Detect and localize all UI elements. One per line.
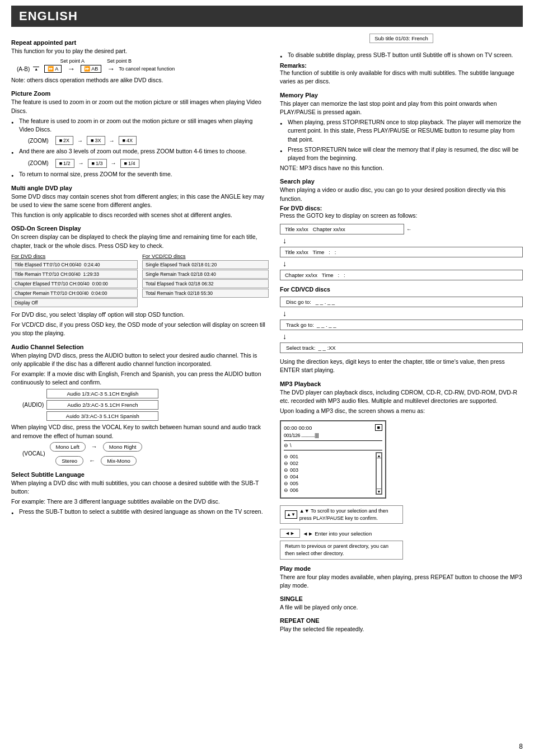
bullet-dot-3 (11, 171, 19, 179)
goto-row-2: Title xx/xx Time : : (280, 247, 523, 257)
audio-text1: When playing DVD discs, press the AUDIO … (11, 351, 269, 368)
audio-label: (AUDIO) (22, 402, 44, 408)
mp3-text2: Upon loading a MP3 disc, the screen show… (280, 407, 523, 415)
mp3-enter-box: ◄► (280, 529, 300, 538)
cancel-label: To cancel repeat function (119, 66, 175, 72)
search-title: Search play (280, 178, 523, 185)
osd-vcd-row-3: Total Elapsed Track 02/18 06:32 (142, 279, 269, 288)
bullet-dot-m1 (280, 119, 288, 127)
audio-boxes: Audio 1/3:AC-3 5.1CH English Audio 2/3:A… (46, 389, 158, 421)
zoom-box-quarter: ■1/4 (120, 159, 139, 168)
vocal-arr2: ← (89, 457, 95, 464)
page-header: ENGLISH (11, 6, 523, 27)
scrollbar-track (376, 458, 382, 489)
subtitle-section: Select Subtitle Language When playing a … (11, 471, 269, 517)
bullet-dot-1 (11, 118, 19, 126)
table-row: Select track: _ _ :XX (280, 343, 523, 353)
stereo-box: Stereo (55, 456, 83, 466)
subtitle-disable-bullet: To disable subtitle display, press SUB-T… (280, 51, 523, 60)
file-icon-2: ⊖ (284, 461, 288, 466)
zoom-quarter-icon: ■ (124, 161, 127, 166)
audio-section: Audio Channel Selection When playing DVD… (11, 344, 269, 466)
mp3-scrollbar: ▲ ▼ (376, 452, 382, 495)
osd-dvd-row-4: Chapter Remain TT:0'/10 CH:00/40 0:04:00 (11, 289, 138, 298)
osd-vcd-title: For VCD/CD discs (142, 253, 269, 259)
subtitle-text2: For example: There are 3 different langu… (11, 497, 269, 506)
vocal-label: (VOCAL) (22, 450, 45, 457)
list-item: ⊖005 (284, 480, 376, 487)
audio-text2: For example: If a movie disc with Englis… (11, 370, 269, 387)
setpoint-a-label: Set point A (60, 58, 85, 64)
repeat-one-text: Play the selected file repeatedly. (280, 625, 523, 633)
down-arrow-2: ↓ (283, 260, 523, 267)
scroll-note-inner: ▲▼ ▲▼ To scroll to your selection and th… (285, 508, 398, 522)
mp3-folder-path: \ (290, 443, 292, 448)
play-mode-text1: There are four play modes available, whe… (280, 573, 523, 590)
bullet-dot-2 (11, 148, 19, 156)
table-row: Title xx/xx Chapter xx/xx ← (280, 224, 523, 234)
direction-text: Using the direction keys, digit keys to … (280, 358, 523, 374)
file-icon-4: ⊖ (284, 474, 288, 480)
audio-text3: When playing VCD disc, press the VOCAL K… (11, 423, 269, 440)
file-icon-5: ⊖ (284, 481, 288, 486)
audio-diagram: (AUDIO) Audio 1/3:AC-3 5.1CH English Aud… (22, 389, 269, 421)
list-item: ⊖001 (284, 453, 376, 460)
goto-row-1: Title xx/xx Chapter xx/xx (280, 224, 404, 234)
audio-box-1: Audio 1/3:AC-3 5.1CH English (46, 389, 158, 398)
scrollbar-down-btn[interactable]: ▼ (376, 489, 382, 494)
scrollbar-up-btn[interactable]: ▲ (376, 453, 382, 458)
vocal-row1: Mono Left → Mono Right (50, 442, 143, 452)
single-section: SINGLE A file will be played only once. (280, 595, 523, 612)
memory-bullet1-text: When playing, press STOP/RETURN once to … (288, 118, 523, 144)
repeat-text: This function for you to play the desire… (11, 47, 269, 55)
picture-zoom-section: Picture Zoom The feature is used to zoom… (11, 90, 269, 179)
enter-text: ◄► Enter into your selection (303, 530, 372, 537)
memory-bullet2: Press STOP/RETURN twice will clear the m… (280, 145, 523, 162)
zoom-box-half: ■1/2 (55, 159, 74, 168)
osd-section: OSD-On Screen Display On screen display … (11, 225, 269, 337)
remarks-title: Remarks: (280, 62, 307, 69)
table-row: Title xx/xx Time : : (280, 247, 523, 257)
multi-angle-text1: Some DVD discs may contain scenes shot f… (11, 192, 269, 209)
table-row: Track go to: _ _ . _ _ (280, 320, 523, 330)
osd-note2: For VCD/CD disc, if you press OSD key, t… (11, 321, 269, 337)
osd-title: OSD-On Screen Display (11, 225, 269, 232)
repeat-section: Repeat appointed part This function for … (11, 39, 269, 84)
list-item: ⊖004 (284, 473, 376, 480)
osd-text1: On screen display can be displayed to ch… (11, 233, 269, 250)
mp3-section: MP3 Playback The DVD player can playback… (280, 381, 523, 560)
bullet-dot-right-1 (280, 51, 288, 60)
mp3-enter-note: ◄► ◄► Enter into your selection (280, 528, 523, 539)
repeat-note: Note: others discs operation methods are… (11, 76, 269, 84)
mp3-folder-icon: ⊖ (284, 443, 288, 448)
osd-vcd-row-4: Total Remain Track 02/18 55:30 (142, 289, 269, 298)
cd-table: Disc go to: _ _ . _ _ (280, 297, 523, 307)
repeat-diagram: Set point A Set point B (A-B) ▲ ⏩ A → ⏩ … (17, 58, 269, 73)
zoom-bullet3: To return to normal size, press ZOOM for… (11, 170, 269, 179)
goto-table: Title xx/xx Chapter xx/xx ← (280, 224, 523, 234)
vocal-diagram: (VOCAL) Mono Left → Mono Right Stereo ← … (22, 442, 269, 466)
mp3-time: 00:00 00:00 (284, 425, 312, 431)
mp3-text1: The DVD player can playback discs, inclu… (280, 388, 523, 405)
play-mode-section: Play mode There are four play modes avai… (280, 565, 523, 634)
mp3-screen-display: 00:00 00:00 ■ 001/126 ............|||| ⊖… (280, 420, 386, 499)
search-text1: When playing a video or audio disc, you … (280, 186, 523, 203)
dvd-press-text: Press the GOTO key to display on screen … (280, 212, 523, 220)
arrow2: → (107, 64, 115, 73)
zoom-arr2: → (109, 138, 115, 144)
scroll-note-text: ▲▼ To scroll to your selection and then … (299, 508, 398, 522)
subtitle-box-container: Sub title 01/03: French (280, 34, 523, 46)
mp3-screen-area: 00:00 00:00 ■ 001/126 ............|||| ⊖… (280, 417, 523, 501)
zoom-arr3: → (78, 160, 84, 166)
subtitle-display-box: Sub title 01/03: French (369, 34, 433, 43)
bullet-dot-sub (11, 508, 19, 516)
mp3-time-row: 00:00 00:00 ■ (284, 424, 382, 431)
memory-bullet1: When playing, press STOP/RETURN once to … (280, 118, 523, 144)
osd-vcd-row-1: Single Elapsed Track 02/18 01:20 (142, 260, 269, 269)
cd-discs-title: For CD/VCD discs (280, 286, 523, 293)
zoom-third-icon: ■ (92, 161, 95, 166)
page: ENGLISH Repeat appointed part This funct… (0, 0, 534, 756)
osd-vcd-row-2: Single Remain Track 02/18 03:40 (142, 270, 269, 279)
zoom-bullet2: And there are also 3 levels of zoom out … (11, 147, 269, 156)
list-item: ⊖006 (284, 487, 376, 494)
